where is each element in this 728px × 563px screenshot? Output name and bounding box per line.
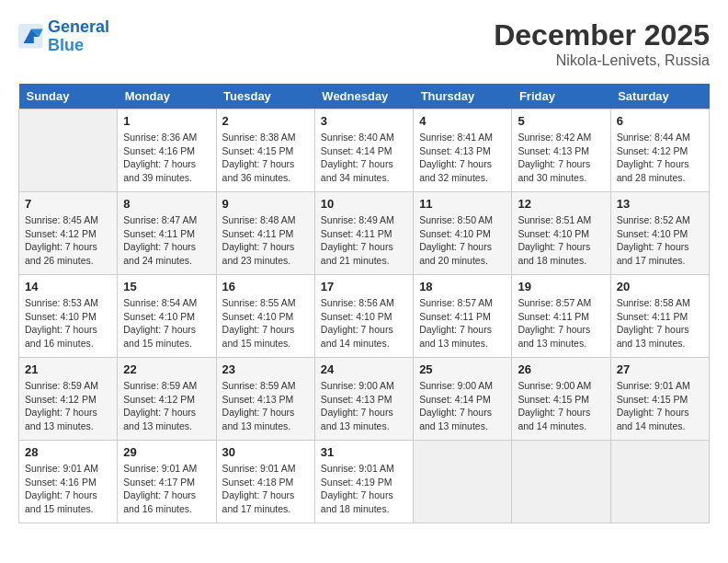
day-info: Sunrise: 8:49 AMSunset: 4:11 PMDaylight:…	[321, 213, 407, 268]
day-number: 29	[123, 445, 210, 459]
calendar-cell: 15Sunrise: 8:54 AMSunset: 4:10 PMDayligh…	[118, 275, 216, 358]
day-info: Sunrise: 8:59 AMSunset: 4:12 PMDaylight:…	[25, 379, 111, 433]
day-info: Sunrise: 8:48 AMSunset: 4:11 PMDaylight:…	[222, 213, 309, 268]
column-header-tuesday: Tuesday	[216, 84, 314, 109]
calendar-cell: 21Sunrise: 8:59 AMSunset: 4:12 PMDayligh…	[19, 358, 118, 441]
title-block: December 2025 Nikola-Lenivets, Russia	[494, 18, 710, 69]
column-header-thursday: Thursday	[414, 84, 512, 109]
calendar-week-row: 28Sunrise: 9:01 AMSunset: 4:16 PMDayligh…	[19, 441, 710, 523]
calendar-cell: 24Sunrise: 9:00 AMSunset: 4:13 PMDayligh…	[314, 358, 413, 441]
calendar-cell: 16Sunrise: 8:55 AMSunset: 4:10 PMDayligh…	[216, 275, 314, 358]
column-header-friday: Friday	[512, 84, 610, 109]
logo-icon	[18, 24, 44, 50]
day-info: Sunrise: 8:50 AMSunset: 4:10 PMDaylight:…	[419, 213, 506, 268]
calendar-cell: 10Sunrise: 8:49 AMSunset: 4:11 PMDayligh…	[314, 192, 413, 275]
day-info: Sunrise: 8:42 AMSunset: 4:13 PMDaylight:…	[518, 131, 604, 185]
day-info: Sunrise: 8:57 AMSunset: 4:11 PMDaylight:…	[419, 296, 506, 350]
calendar-week-row: 21Sunrise: 8:59 AMSunset: 4:12 PMDayligh…	[19, 358, 710, 441]
day-info: Sunrise: 8:56 AMSunset: 4:10 PMDaylight:…	[321, 296, 407, 350]
day-number: 26	[518, 362, 604, 376]
day-info: Sunrise: 8:36 AMSunset: 4:16 PMDaylight:…	[123, 131, 210, 185]
day-number: 24	[321, 362, 407, 376]
calendar-cell: 9Sunrise: 8:48 AMSunset: 4:11 PMDaylight…	[216, 192, 314, 275]
calendar-cell: 23Sunrise: 8:59 AMSunset: 4:13 PMDayligh…	[216, 358, 314, 441]
day-info: Sunrise: 9:01 AMSunset: 4:19 PMDaylight:…	[321, 462, 407, 516]
day-info: Sunrise: 9:01 AMSunset: 4:15 PMDaylight:…	[617, 379, 703, 433]
calendar-cell: 3Sunrise: 8:40 AMSunset: 4:14 PMDaylight…	[314, 109, 413, 192]
day-info: Sunrise: 8:38 AMSunset: 4:15 PMDaylight:…	[222, 131, 309, 185]
day-number: 22	[123, 362, 210, 376]
calendar-table: SundayMondayTuesdayWednesdayThursdayFrid…	[18, 84, 710, 523]
day-number: 10	[321, 197, 407, 211]
calendar-cell	[610, 441, 709, 523]
day-number: 25	[419, 362, 506, 376]
calendar-header-row: SundayMondayTuesdayWednesdayThursdayFrid…	[19, 84, 710, 109]
day-number: 31	[321, 445, 407, 459]
day-info: Sunrise: 8:52 AMSunset: 4:10 PMDaylight:…	[617, 213, 703, 268]
day-number: 21	[25, 362, 111, 376]
day-info: Sunrise: 8:58 AMSunset: 4:11 PMDaylight:…	[617, 296, 703, 350]
day-number: 9	[222, 197, 309, 211]
day-info: Sunrise: 9:00 AMSunset: 4:15 PMDaylight:…	[518, 379, 604, 433]
day-number: 6	[617, 114, 703, 128]
column-header-saturday: Saturday	[610, 84, 709, 109]
day-number: 20	[617, 280, 703, 293]
day-number: 27	[617, 362, 703, 376]
logo: General Blue	[18, 18, 109, 55]
calendar-cell: 19Sunrise: 8:57 AMSunset: 4:11 PMDayligh…	[512, 275, 610, 358]
day-number: 17	[321, 280, 407, 293]
calendar-cell: 27Sunrise: 9:01 AMSunset: 4:15 PMDayligh…	[610, 358, 709, 441]
day-info: Sunrise: 8:55 AMSunset: 4:10 PMDaylight:…	[222, 296, 309, 350]
logo-text: General Blue	[48, 18, 109, 55]
day-number: 18	[419, 280, 506, 293]
day-number: 11	[419, 197, 506, 211]
day-number: 12	[518, 197, 604, 211]
calendar-cell: 4Sunrise: 8:41 AMSunset: 4:13 PMDaylight…	[414, 109, 512, 192]
calendar-cell: 26Sunrise: 9:00 AMSunset: 4:15 PMDayligh…	[512, 358, 610, 441]
day-info: Sunrise: 8:57 AMSunset: 4:11 PMDaylight:…	[518, 296, 604, 350]
calendar-cell: 11Sunrise: 8:50 AMSunset: 4:10 PMDayligh…	[414, 192, 512, 275]
day-number: 5	[518, 114, 604, 128]
calendar-cell: 30Sunrise: 9:01 AMSunset: 4:18 PMDayligh…	[216, 441, 314, 523]
calendar-week-row: 14Sunrise: 8:53 AMSunset: 4:10 PMDayligh…	[19, 275, 710, 358]
calendar-cell	[512, 441, 610, 523]
day-number: 2	[222, 114, 309, 128]
day-info: Sunrise: 8:44 AMSunset: 4:12 PMDaylight:…	[617, 131, 703, 185]
calendar-cell: 2Sunrise: 8:38 AMSunset: 4:15 PMDaylight…	[216, 109, 314, 192]
day-info: Sunrise: 8:59 AMSunset: 4:13 PMDaylight:…	[222, 379, 309, 433]
calendar-cell: 31Sunrise: 9:01 AMSunset: 4:19 PMDayligh…	[314, 441, 413, 523]
day-number: 8	[123, 197, 210, 211]
day-info: Sunrise: 8:47 AMSunset: 4:11 PMDaylight:…	[123, 213, 210, 268]
day-number: 4	[419, 114, 506, 128]
day-info: Sunrise: 9:01 AMSunset: 4:16 PMDaylight:…	[25, 462, 111, 516]
calendar-cell: 29Sunrise: 9:01 AMSunset: 4:17 PMDayligh…	[118, 441, 216, 523]
calendar-cell: 20Sunrise: 8:58 AMSunset: 4:11 PMDayligh…	[610, 275, 709, 358]
day-number: 16	[222, 280, 309, 293]
column-header-monday: Monday	[118, 84, 216, 109]
calendar-week-row: 7Sunrise: 8:45 AMSunset: 4:12 PMDaylight…	[19, 192, 710, 275]
day-info: Sunrise: 9:00 AMSunset: 4:14 PMDaylight:…	[419, 379, 506, 433]
calendar-cell: 25Sunrise: 9:00 AMSunset: 4:14 PMDayligh…	[414, 358, 512, 441]
day-info: Sunrise: 8:41 AMSunset: 4:13 PMDaylight:…	[419, 131, 506, 185]
calendar-cell: 7Sunrise: 8:45 AMSunset: 4:12 PMDaylight…	[19, 192, 118, 275]
calendar-cell: 17Sunrise: 8:56 AMSunset: 4:10 PMDayligh…	[314, 275, 413, 358]
day-info: Sunrise: 8:40 AMSunset: 4:14 PMDaylight:…	[321, 131, 407, 185]
calendar-cell: 13Sunrise: 8:52 AMSunset: 4:10 PMDayligh…	[610, 192, 709, 275]
day-info: Sunrise: 8:53 AMSunset: 4:10 PMDaylight:…	[25, 296, 111, 350]
calendar-cell	[19, 109, 118, 192]
day-info: Sunrise: 8:54 AMSunset: 4:10 PMDaylight:…	[123, 296, 210, 350]
day-number: 13	[617, 197, 703, 211]
location-subtitle: Nikola-Lenivets, Russia	[494, 52, 710, 69]
day-number: 19	[518, 280, 604, 293]
day-info: Sunrise: 8:45 AMSunset: 4:12 PMDaylight:…	[25, 213, 111, 268]
calendar-cell: 8Sunrise: 8:47 AMSunset: 4:11 PMDaylight…	[118, 192, 216, 275]
day-info: Sunrise: 9:01 AMSunset: 4:17 PMDaylight:…	[123, 462, 210, 516]
day-number: 3	[321, 114, 407, 128]
page-header: General Blue December 2025 Nikola-Lenive…	[18, 18, 710, 69]
calendar-cell: 6Sunrise: 8:44 AMSunset: 4:12 PMDaylight…	[610, 109, 709, 192]
month-title: December 2025	[494, 18, 710, 52]
day-number: 23	[222, 362, 309, 376]
calendar-cell: 14Sunrise: 8:53 AMSunset: 4:10 PMDayligh…	[19, 275, 118, 358]
calendar-cell: 1Sunrise: 8:36 AMSunset: 4:16 PMDaylight…	[118, 109, 216, 192]
column-header-sunday: Sunday	[19, 84, 118, 109]
